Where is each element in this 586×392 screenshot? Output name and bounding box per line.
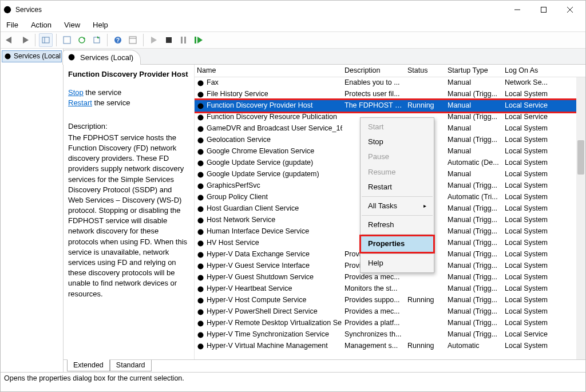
ctx-start: Start [361, 120, 433, 134]
menu-bar: File Action View Help [1, 19, 585, 31]
menu-view[interactable]: View [62, 19, 82, 31]
service-name-cell: Fax [207, 78, 219, 88]
close-button[interactable] [557, 1, 583, 18]
minimize-button[interactable] [504, 1, 530, 18]
service-status-cell [405, 82, 445, 84]
console-tree: Services (Local [1, 49, 64, 372]
ctx-all-tasks[interactable]: All Tasks▸ [361, 199, 433, 213]
service-startup-cell: Manual [445, 123, 502, 134]
service-logon-cell: Local System [502, 169, 565, 180]
col-header-description[interactable]: Description [342, 65, 405, 77]
service-logon-cell: Local System [502, 203, 565, 215]
service-icon [197, 171, 204, 179]
service-icon [197, 240, 204, 247]
scrollbar-thumb[interactable] [577, 140, 584, 175]
stop-service-button[interactable] [162, 33, 176, 47]
service-icon [197, 251, 204, 259]
service-row[interactable]: Hyper-V PowerShell Direct ServiceProvide… [195, 306, 585, 318]
restart-service-link[interactable]: Restart [68, 98, 92, 107]
ctx-resume: Resume [361, 165, 433, 180]
service-name-cell: Hyper-V Heartbeat Service [207, 284, 292, 294]
ctx-restart[interactable]: Restart [361, 180, 433, 195]
tree-services-local[interactable]: Services (Local [2, 50, 62, 62]
service-logon-cell: Local Service [502, 100, 565, 112]
service-name-cell: Geolocation Service [207, 135, 271, 145]
svg-rect-8 [42, 37, 49, 43]
service-logon-cell: Network Se... [502, 77, 565, 89]
service-row[interactable]: Function Discovery Provider HostThe FDPH… [195, 100, 585, 112]
service-name-cell: GameDVR and Broadcast User Service_16f6.… [207, 124, 342, 134]
service-startup-cell: Manual [445, 169, 502, 180]
service-startup-cell: Manual (Trigg... [445, 295, 502, 306]
service-icon [197, 331, 204, 339]
tab-services-local[interactable]: Services (Local) [62, 50, 141, 65]
col-header-name[interactable]: Name [195, 65, 342, 77]
service-row[interactable]: Hyper-V Time Synchronization ServiceSync… [195, 329, 585, 340]
export-button[interactable] [60, 33, 74, 47]
menu-file[interactable]: File [4, 19, 21, 31]
ctx-properties[interactable]: Properties [361, 236, 433, 251]
pause-service-button[interactable] [177, 33, 191, 47]
restart-service-button[interactable] [192, 33, 205, 47]
vertical-scrollbar[interactable] [576, 77, 585, 359]
tab-standard[interactable]: Standard [110, 360, 152, 372]
service-startup-cell: Manual (Trigg... [445, 283, 502, 295]
service-name-cell: Google Chrome Elevation Service [207, 146, 314, 157]
ctx-help[interactable]: Help [361, 256, 433, 271]
forward-button[interactable] [18, 33, 31, 47]
ctx-stop[interactable]: Stop [361, 134, 433, 149]
window-title: Services [15, 5, 42, 15]
service-icon [197, 263, 204, 270]
service-row[interactable]: Hyper-V Virtual Machine ManagementManage… [195, 340, 585, 352]
status-bar: Opens the properties dialog box for the … [1, 372, 585, 385]
service-name-cell: Hyper-V Data Exchange Service [207, 250, 310, 260]
menu-help[interactable]: Help [90, 19, 110, 31]
svg-rect-23 [195, 37, 196, 43]
service-row[interactable]: File History ServiceProtects user fil...… [195, 89, 585, 100]
refresh-button[interactable] [75, 33, 89, 47]
service-status-cell [405, 94, 445, 95]
svg-marker-19 [151, 37, 157, 43]
start-service-button[interactable] [147, 33, 161, 47]
col-header-logon[interactable]: Log On As [502, 65, 565, 77]
service-desc-cell: Provides a mec... [342, 272, 405, 283]
stop-service-link[interactable]: Stop [68, 88, 84, 97]
service-desc-cell: Management s... [342, 340, 405, 352]
service-row[interactable]: Hyper-V Host Compute ServiceProvides sup… [195, 295, 585, 306]
service-name-cell: Hyper-V Guest Service Interface [207, 261, 310, 271]
export-list-button[interactable] [90, 33, 104, 47]
service-row[interactable]: Hyper-V Heartbeat ServiceMonitors the st… [195, 283, 585, 295]
service-startup-cell: Manual [445, 146, 502, 157]
service-startup-cell: Manual (Trigg... [445, 272, 502, 283]
service-icon [197, 194, 204, 201]
help-button[interactable]: ? [111, 33, 125, 47]
service-detail-pane: Function Discovery Provider Host Stop th… [64, 65, 194, 359]
service-icon [197, 205, 204, 213]
svg-rect-17 [129, 37, 136, 43]
service-desc-cell: The FDPHOST s... [342, 100, 405, 112]
col-header-status[interactable]: Status [405, 65, 445, 77]
col-header-startup[interactable]: Startup Type [445, 65, 502, 77]
tab-extended[interactable]: Extended [67, 359, 110, 372]
ctx-refresh[interactable]: Refresh [361, 217, 433, 232]
service-logon-cell: Local System [502, 157, 565, 169]
properties-button[interactable] [126, 33, 140, 47]
service-row[interactable]: Hyper-V Remote Desktop Virtualization Se… [195, 318, 585, 329]
show-hide-tree-button[interactable] [39, 33, 53, 47]
service-startup-cell: Manual [445, 77, 502, 89]
service-name-cell: Hyper-V Virtual Machine Management [207, 341, 328, 351]
menu-action[interactable]: Action [29, 19, 54, 31]
svg-rect-20 [166, 37, 172, 43]
service-logon-cell: Local System [502, 89, 565, 100]
service-desc-cell: Protects user fil... [342, 89, 405, 100]
service-startup-cell: Manual [445, 100, 502, 112]
back-button[interactable] [3, 33, 17, 47]
svg-marker-24 [197, 37, 203, 43]
service-name-cell: Function Discovery Provider Host [207, 101, 312, 111]
service-icon [197, 114, 204, 121]
maximize-button[interactable] [530, 1, 557, 18]
service-icon [197, 228, 204, 236]
service-row[interactable]: Hyper-V Guest Shutdown ServiceProvides a… [195, 272, 585, 283]
service-row[interactable]: FaxEnables you to ...ManualNetwork Se... [195, 77, 585, 89]
selected-service-name: Function Discovery Provider Host [68, 69, 188, 80]
